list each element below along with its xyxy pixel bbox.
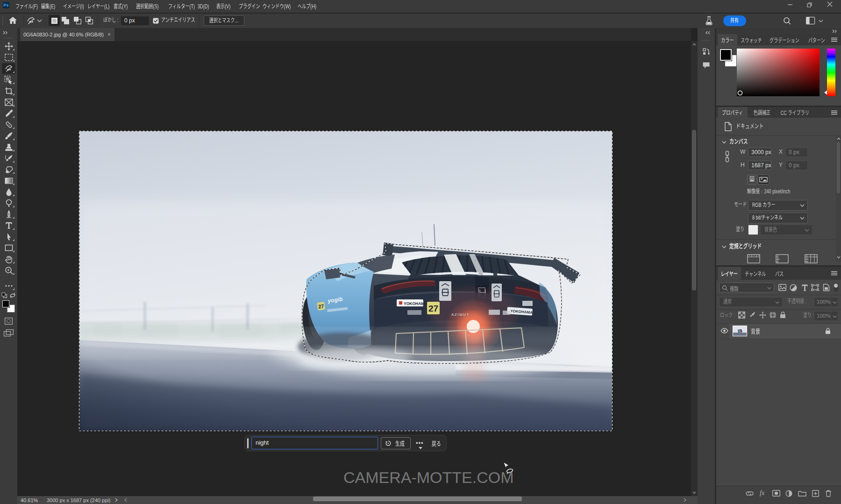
svg-text:YOKOHAMA: YOKOHAMA <box>404 301 428 306</box>
svg-text:AZIMUT: AZIMUT <box>451 312 470 317</box>
svg-text:27: 27 <box>428 304 438 313</box>
svg-text:27: 27 <box>318 303 324 310</box>
